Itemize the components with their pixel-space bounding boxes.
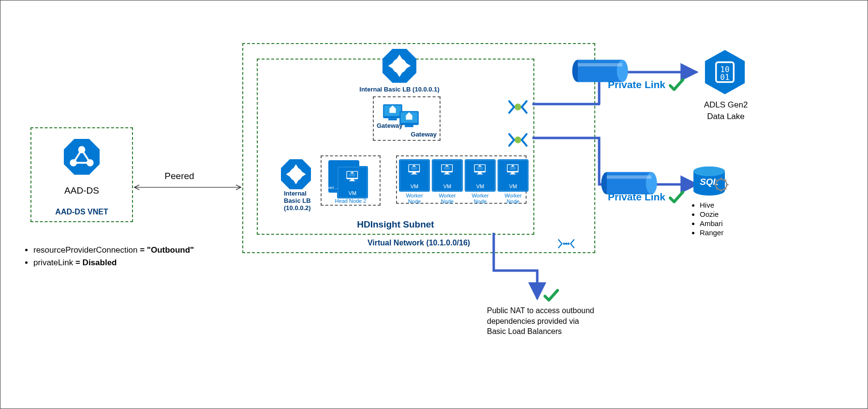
config-list: resourceProviderConnection = "Outbound" … (20, 242, 236, 271)
lb2-label: Internal Basic LB (10.0.0.2) (284, 190, 311, 212)
nat-caption: Public NAT to access outbound dependenci… (487, 305, 598, 337)
vnet-title: Virtual Network (10.1.0.0/16) (243, 239, 594, 247)
private-link-label-1: Private Link (608, 78, 685, 91)
sql-service-ambari: Ambari (700, 219, 723, 227)
worker-node-2: Worker Node (432, 159, 463, 204)
head-node-2-label: Head Node 2 (322, 198, 380, 204)
peered-label: Peered (150, 171, 208, 182)
gw-label-b: Gateway (411, 131, 437, 138)
check-icon (668, 190, 685, 204)
worker-node-3: Worker Node (465, 159, 496, 204)
private-link-label-2: Private Link (608, 190, 685, 204)
lb1-label: Internal Basic LB (10.0.0.1) (349, 85, 450, 93)
check-icon (668, 78, 685, 91)
aad-ds-vnet-box: AAD-DS AAD-DS VNET (30, 127, 133, 222)
gateway-group: Gateway Gateway (373, 96, 441, 141)
peered-arrow (132, 182, 243, 192)
worker-node-1: Worker Node (399, 159, 430, 204)
worker-node-group: Worker Node Worker Node Worker Node Work… (396, 155, 527, 204)
aad-ds-title: AAD-DS (31, 185, 132, 196)
head-node-group: Head ... Head Node 2 (321, 155, 381, 206)
aad-ds-vnet-label: AAD-DS VNET (31, 208, 132, 216)
gw-label-a: Gateway (377, 122, 402, 129)
private-endpoint-icon-1 (503, 92, 532, 123)
sql-service-oozie: Oozie (700, 210, 723, 218)
lb2-icon (281, 159, 311, 191)
config-pl: privateLink = Disabled (33, 258, 236, 268)
sql-service-hive: Hive (700, 201, 723, 209)
sql-service-ranger: Ranger (700, 228, 723, 237)
lb1-icon (383, 49, 416, 84)
sql-services-list: Hive Oozie Ambari Ranger (691, 200, 723, 238)
head-node-2 (337, 166, 368, 198)
worker-node-4: Worker Node (498, 159, 529, 204)
head-node-1-label: Head ... (324, 185, 338, 190)
nat-check-icon (543, 288, 559, 303)
aad-ds-icon (64, 139, 100, 175)
config-rpc: resourceProviderConnection = "Outbound" (33, 245, 236, 255)
subnet-title: HDInsight Subnet (258, 219, 533, 230)
adls-icon (703, 49, 747, 95)
vnet-icon (552, 233, 581, 256)
private-endpoint-icon-2 (503, 125, 532, 156)
adls-label: ADLS Gen2 Data Lake (692, 99, 760, 122)
sql-icon (691, 165, 730, 198)
